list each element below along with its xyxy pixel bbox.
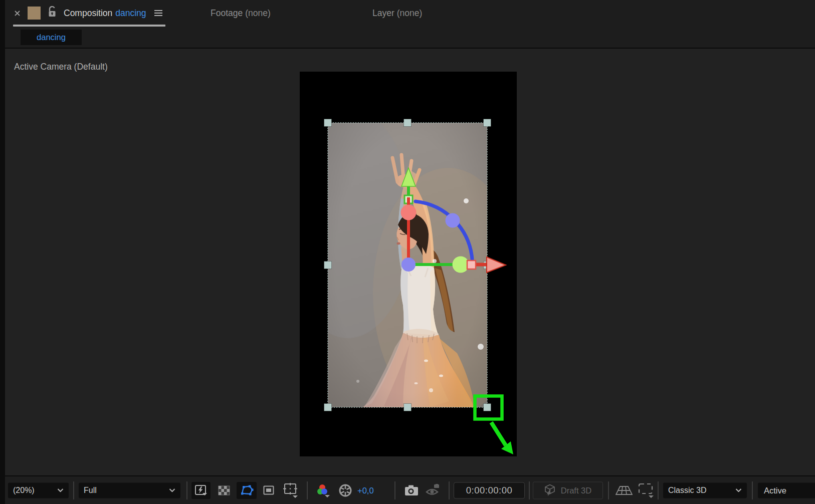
toolbar-divider bbox=[394, 481, 395, 499]
composition-tab-dancing[interactable]: dancing bbox=[21, 30, 82, 45]
view-popup-dropdown[interactable]: Active bbox=[758, 482, 815, 498]
toolbar-divider bbox=[307, 481, 308, 499]
after-effects-composition-panel: Compositiondancing Footage(none) Layer(n… bbox=[0, 0, 815, 504]
active-camera-label: Active Camera (Default) bbox=[14, 62, 108, 72]
annotation-arrowhead bbox=[501, 441, 513, 454]
toolbar-divider bbox=[529, 481, 530, 499]
transparency-grid-icon bbox=[218, 485, 230, 495]
mask-visibility-icon bbox=[240, 485, 254, 496]
grid-guides-button[interactable] bbox=[281, 481, 301, 499]
tab-layer[interactable]: Layer(none) bbox=[372, 0, 422, 26]
view-layout-icon bbox=[638, 482, 654, 498]
draft-3d-label: Draft 3D bbox=[561, 485, 591, 495]
panel-menu-icon[interactable] bbox=[154, 10, 162, 16]
tab-layer-value: (none) bbox=[397, 8, 423, 18]
view-popup-value: Active bbox=[764, 485, 786, 495]
show-snapshot-button[interactable] bbox=[424, 482, 442, 499]
gizmo-x-arrowhead[interactable] bbox=[487, 257, 506, 273]
chevron-down-icon bbox=[169, 488, 175, 492]
resolution-dropdown[interactable]: Full bbox=[79, 482, 180, 498]
chevron-down-icon bbox=[57, 488, 64, 492]
timecode-field[interactable]: 0:00:00:00 bbox=[454, 482, 525, 498]
toolbar-divider bbox=[658, 481, 659, 499]
chevron-down-icon bbox=[735, 488, 742, 492]
panel-tabbar: Compositiondancing Footage(none) Layer(n… bbox=[5, 0, 815, 49]
toolbar-divider bbox=[449, 481, 450, 499]
composition-viewer[interactable]: Active Camera (Default) bbox=[5, 49, 815, 475]
ground-plane-icon bbox=[616, 486, 633, 495]
toolbar-divider bbox=[73, 481, 74, 499]
tab-footage-value: (none) bbox=[245, 8, 271, 18]
exposure-icon bbox=[338, 483, 352, 497]
panel-edge bbox=[0, 0, 5, 504]
grid-guides-icon bbox=[283, 483, 298, 498]
show-snapshot-icon bbox=[426, 484, 441, 497]
tab-footage-label: Footage bbox=[211, 8, 243, 18]
footage-layer-dancing[interactable] bbox=[328, 123, 487, 407]
close-icon[interactable] bbox=[14, 10, 21, 17]
mask-visibility-button[interactable] bbox=[237, 482, 257, 499]
region-of-interest-icon bbox=[263, 485, 274, 495]
composition-canvas[interactable] bbox=[300, 72, 517, 456]
tab-composition-name: dancing bbox=[115, 8, 146, 18]
ground-plane-button[interactable] bbox=[615, 482, 634, 499]
fast-previews-icon bbox=[194, 484, 208, 496]
snapshot-icon bbox=[404, 485, 419, 496]
panel-color-swatch bbox=[28, 7, 41, 20]
exposure-reset[interactable]: +0,0 bbox=[357, 485, 374, 495]
unlock-icon[interactable] bbox=[48, 6, 57, 21]
magnification-dropdown[interactable]: (20%) bbox=[8, 482, 69, 498]
renderer-value: Classic 3D bbox=[668, 486, 706, 495]
snapshot-button[interactable] bbox=[402, 482, 421, 499]
region-of-interest-button[interactable] bbox=[260, 482, 278, 499]
draft-3d-button[interactable]: Draft 3D bbox=[533, 481, 603, 499]
fast-previews-button[interactable] bbox=[191, 482, 211, 499]
toolbar-divider bbox=[608, 481, 609, 499]
renderer-dropdown[interactable]: Classic 3D bbox=[663, 482, 747, 498]
toolbar-divider bbox=[186, 481, 187, 499]
channels-button[interactable] bbox=[315, 482, 332, 499]
draft-3d-icon bbox=[544, 484, 556, 496]
tab-layer-label: Layer bbox=[372, 8, 394, 18]
view-layout-button[interactable] bbox=[637, 481, 656, 500]
tab-composition-title: Compositiondancing bbox=[64, 8, 146, 19]
tab-composition-label: Composition bbox=[64, 8, 112, 18]
exposure-button[interactable] bbox=[337, 482, 354, 499]
tab-composition[interactable]: Compositiondancing bbox=[14, 0, 162, 26]
toolbar-divider bbox=[752, 481, 753, 499]
resolution-value: Full bbox=[84, 486, 97, 495]
annotation-arrow-shaft bbox=[491, 422, 506, 445]
viewer-toolbar: (20%) Full bbox=[5, 475, 815, 504]
magnification-value: (20%) bbox=[13, 486, 35, 495]
channels-icon bbox=[316, 483, 330, 497]
active-tab-underline bbox=[13, 25, 165, 27]
dancer-image bbox=[328, 123, 487, 407]
transparency-grid-button[interactable] bbox=[215, 482, 234, 499]
tab-footage[interactable]: Footage(none) bbox=[211, 0, 271, 26]
